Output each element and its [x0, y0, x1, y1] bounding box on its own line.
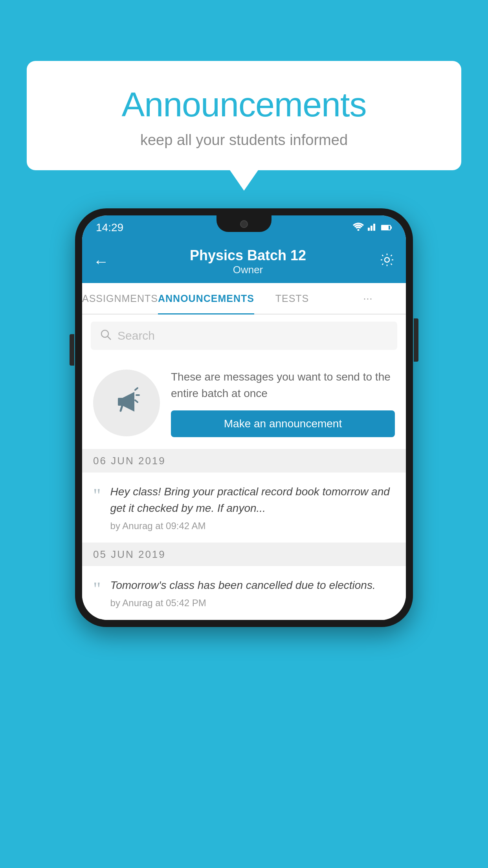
svg-rect-2 [371, 226, 372, 231]
wifi-icon [353, 222, 364, 233]
svg-rect-6 [391, 226, 392, 229]
tab-tests[interactable]: TESTS [254, 283, 330, 314]
svg-point-8 [101, 330, 108, 337]
svg-rect-3 [373, 224, 375, 231]
search-icon [100, 329, 111, 343]
phone-outer: 14:29 [75, 208, 413, 627]
announcement-text-1: Hey class! Bring your practical record b… [110, 484, 395, 531]
svg-rect-5 [382, 226, 389, 230]
tabs-bar: ASSIGNMENTS ANNOUNCEMENTS TESTS ··· [82, 283, 406, 314]
signal-icon [368, 222, 377, 233]
tab-announcements[interactable]: ANNOUNCEMENTS [158, 283, 254, 314]
status-time: 14:29 [96, 221, 123, 234]
announcement-text-2: Tomorrow's class has been cancelled due … [110, 577, 395, 609]
app-bar-title: Physics Batch 12 [117, 247, 379, 264]
svg-point-7 [385, 257, 389, 262]
back-button[interactable]: ← [93, 253, 109, 270]
date-separator-2: 05 JUN 2019 [82, 543, 406, 566]
status-icons [353, 222, 392, 233]
announcement-meta-1: by Anurag at 09:42 AM [110, 520, 395, 531]
announcement-message-2: Tomorrow's class has been cancelled due … [110, 577, 395, 594]
svg-line-9 [108, 337, 111, 340]
svg-point-0 [358, 229, 360, 231]
speech-bubble: Announcements keep all your students inf… [27, 61, 461, 170]
promo-icon-circle [93, 370, 160, 436]
megaphone-icon [111, 384, 142, 422]
announcement-meta-2: by Anurag at 05:42 PM [110, 598, 395, 609]
app-bar-subtitle: Owner [117, 264, 379, 276]
svg-rect-1 [368, 228, 370, 231]
speech-bubble-title: Announcements [46, 85, 442, 125]
speech-bubble-container: Announcements keep all your students inf… [27, 61, 461, 170]
search-placeholder: Search [117, 329, 155, 342]
search-bar[interactable]: Search [91, 322, 397, 350]
app-bar: ← Physics Batch 12 Owner [82, 240, 406, 283]
tab-assignments[interactable]: ASSIGNMENTS [82, 283, 158, 314]
date-separator-1: 06 JUN 2019 [82, 449, 406, 473]
tab-more[interactable]: ··· [330, 283, 406, 314]
announcement-message-1: Hey class! Bring your practical record b… [110, 484, 395, 517]
announcement-item-2[interactable]: " Tomorrow's class has been cancelled du… [82, 566, 406, 620]
promo-description: These are messages you want to send to t… [171, 369, 395, 402]
announcement-promo: These are messages you want to send to t… [82, 357, 406, 449]
settings-icon[interactable] [379, 252, 395, 271]
quote-icon-2: " [93, 579, 101, 609]
notch [216, 215, 272, 232]
app-bar-title-area: Physics Batch 12 Owner [117, 247, 379, 276]
phone-screen: 14:29 [82, 215, 406, 620]
phone-mockup: 14:29 [75, 208, 413, 627]
battery-icon [381, 222, 392, 233]
status-bar: 14:29 [82, 215, 406, 240]
announcement-item-1[interactable]: " Hey class! Bring your practical record… [82, 473, 406, 543]
quote-icon-1: " [93, 486, 101, 531]
promo-content: These are messages you want to send to t… [171, 369, 395, 437]
speech-bubble-subtitle: keep all your students informed [46, 132, 442, 149]
make-announcement-button[interactable]: Make an announcement [171, 410, 395, 437]
notch-camera [240, 220, 248, 228]
search-container: Search [82, 314, 406, 357]
